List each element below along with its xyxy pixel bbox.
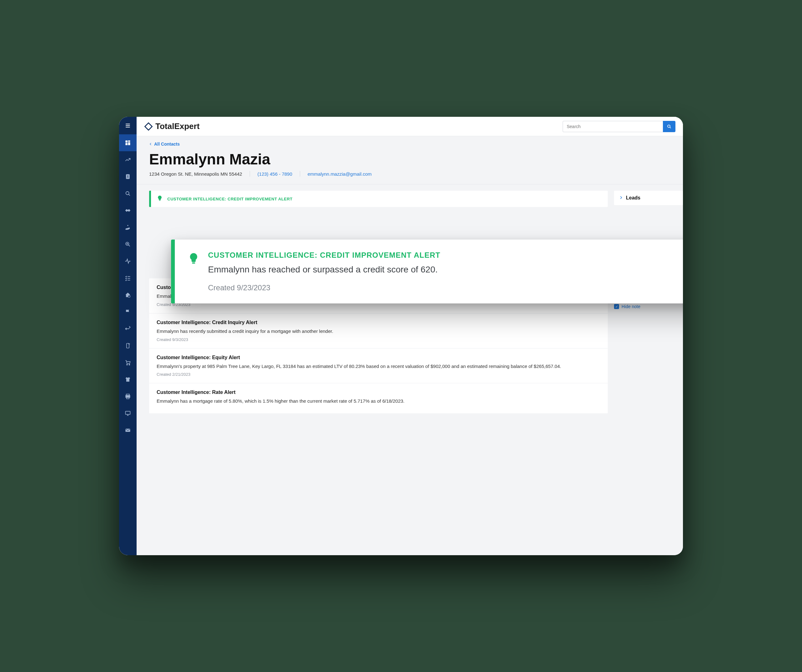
svg-rect-28 (126, 429, 130, 432)
svg-rect-25 (126, 411, 130, 414)
sidebar-item-search[interactable] (119, 185, 137, 202)
sidebar-item-flags[interactable] (119, 304, 137, 320)
sidebar-item-cart[interactable] (119, 354, 137, 371)
search-button[interactable] (663, 121, 676, 132)
flag-icon (125, 309, 131, 315)
hide-note-label: Hide note (622, 304, 640, 309)
feed-item-title: Customer Intelligence: Rate Alert (157, 389, 600, 395)
leads-panel-toggle[interactable]: Leads (614, 191, 683, 205)
meta-divider (250, 171, 250, 177)
home-user-icon (125, 292, 131, 298)
sidebar-item-merch[interactable] (119, 371, 137, 388)
svg-point-30 (668, 125, 670, 128)
sidebar-item-mail[interactable] (119, 422, 137, 439)
mail-icon (125, 427, 131, 433)
sidebar-item-analytics[interactable] (119, 151, 137, 168)
feed-item[interactable]: Customer Intelligence: Rate Alert Emmaly… (149, 383, 608, 414)
svg-point-9 (126, 192, 129, 195)
svg-point-8 (127, 176, 128, 177)
device-frame: TotalExpert All Contacts Emmal (119, 117, 683, 555)
alert-banner[interactable]: CUSTOMER INTELLIGENCE: CREDIT IMPROVEMEN… (149, 191, 608, 207)
global-search (563, 121, 676, 132)
page-title: Emmalynn Mazia (137, 147, 683, 171)
sidebar-item-tasks[interactable] (119, 270, 137, 286)
sidebar-item-deals[interactable] (119, 202, 137, 219)
topbar: TotalExpert (137, 117, 683, 136)
lightbulb-icon (157, 195, 163, 203)
sidebar-item-mobile[interactable] (119, 337, 137, 354)
feed-item-body: Emmalynn's property at 985 Palm Tree Lan… (157, 363, 600, 370)
breadcrumb-label: All Contacts (154, 142, 180, 147)
feed-item-title: Customer Intelligence: Credit Inquiry Al… (157, 320, 600, 325)
cart-icon (125, 360, 131, 366)
handshake-icon (125, 207, 131, 213)
chevron-right-icon (619, 195, 623, 201)
sidebar-item-display[interactable] (119, 405, 137, 422)
feed-item-title: Customer Intelligence: Equity Alert (157, 355, 600, 360)
monitor-icon (125, 410, 131, 417)
sidebar-item-transfer[interactable] (119, 320, 137, 337)
breadcrumb: All Contacts (137, 136, 683, 147)
chart-icon (125, 157, 131, 163)
feed-item[interactable]: Customer Intelligence: Equity Alert Emma… (149, 349, 608, 384)
dashboard-icon (125, 140, 131, 146)
person-meta: 1234 Oregon St. NE, Minneapolis MN 55442… (137, 171, 683, 184)
zoom-alert-title: CUSTOMER INTELLIGENCE: CREDIT IMPROVEMEN… (208, 251, 440, 260)
sidebar-item-payments[interactable] (119, 219, 137, 236)
person-email-link[interactable]: emmalynn.mazzia@gmail.com (308, 171, 372, 177)
svg-rect-33 (192, 262, 195, 263)
feed-item-date: Created 2/21/2023 (157, 372, 600, 377)
sidebar-item-print[interactable] (119, 388, 137, 405)
zoom-search-icon (125, 241, 131, 247)
brand-logo[interactable]: TotalExpert (144, 121, 200, 131)
sidebar-item-insights[interactable] (119, 236, 137, 253)
exchange-icon (125, 326, 131, 332)
sidebar-item-dashboard[interactable] (119, 134, 137, 151)
svg-point-18 (128, 295, 130, 297)
svg-rect-32 (159, 200, 161, 201)
person-address: 1234 Oregon St. NE, Minneapolis MN 55442 (149, 171, 242, 177)
alert-banner-title: CUSTOMER INTELLIGENCE: CREDIT IMPROVEMEN… (167, 197, 293, 201)
feed-item-date: Created 9/3/2023 (157, 337, 600, 342)
leads-label: Leads (626, 195, 640, 201)
hide-note-toggle[interactable]: ✓ Hide note (614, 304, 683, 309)
device-icon (125, 342, 131, 349)
search-input[interactable] (563, 121, 663, 132)
search-icon (125, 191, 131, 197)
svg-rect-4 (128, 141, 130, 142)
svg-rect-29 (145, 123, 152, 130)
checklist-icon (125, 275, 131, 281)
svg-point-21 (129, 364, 130, 365)
brand-name: TotalExpert (155, 121, 200, 131)
activity-icon (125, 258, 131, 264)
hand-money-icon (125, 224, 131, 231)
sidebar (119, 117, 137, 555)
checkbox-checked-icon: ✓ (614, 304, 619, 309)
main-area: TotalExpert All Contacts Emmal (137, 117, 683, 555)
divider (137, 184, 683, 184)
breadcrumb-back-link[interactable]: All Contacts (149, 142, 180, 147)
app-shell: TotalExpert All Contacts Emmal (119, 117, 683, 555)
shirt-icon (125, 376, 131, 383)
feed-item[interactable]: Customer Intelligence: Credit Inquiry Al… (149, 313, 608, 349)
hamburger-button[interactable] (119, 117, 137, 134)
zoom-alert-created: Created 9/23/2023 (208, 283, 440, 292)
person-phone-link[interactable]: (123) 456 - 7890 (257, 171, 292, 177)
svg-rect-3 (126, 141, 128, 143)
svg-rect-6 (126, 143, 128, 145)
sidebar-item-activity[interactable] (119, 253, 137, 270)
lightbulb-icon (188, 252, 200, 292)
meta-divider (300, 171, 300, 177)
svg-point-20 (126, 364, 128, 365)
search-icon (667, 124, 672, 129)
sidebar-item-property[interactable] (119, 286, 137, 304)
feed-item-body: Emmalynn has a mortgage rate of 5.80%, w… (157, 398, 600, 405)
contacts-icon (125, 173, 131, 180)
sidebar-item-contacts[interactable] (119, 168, 137, 185)
zoom-alert-body: Emmalynn has reached or surpassed a cred… (208, 265, 440, 275)
feed-item-body: Emmalynn has recently submitted a credit… (157, 328, 600, 335)
content: All Contacts Emmalynn Mazia 1234 Oregon … (137, 136, 683, 555)
chevron-left-icon (149, 142, 152, 145)
svg-line-12 (128, 245, 130, 246)
svg-line-10 (129, 194, 130, 196)
